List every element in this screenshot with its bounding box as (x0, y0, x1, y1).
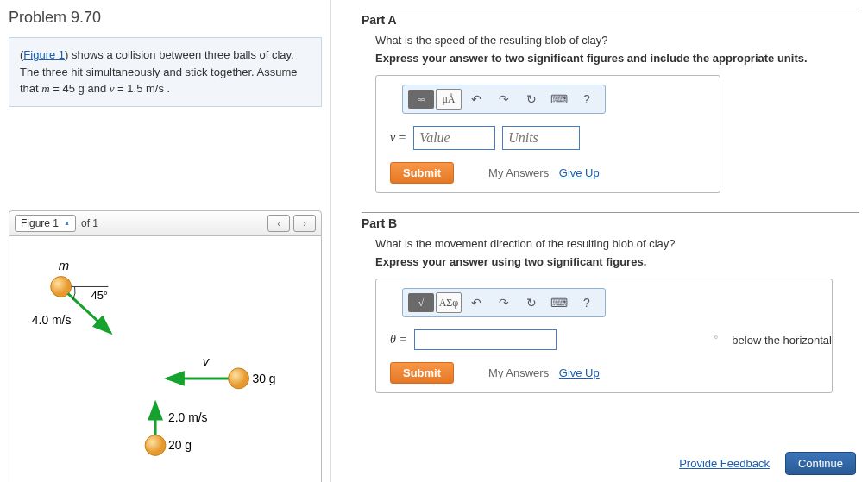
value-input[interactable] (413, 126, 495, 150)
figure-prev-button[interactable]: ‹ (267, 215, 290, 232)
figure-count: of 1 (81, 217, 98, 229)
m2-label: 30 g (252, 371, 275, 385)
give-up-link[interactable]: Give Up (559, 366, 600, 379)
part-b-var: θ = (390, 333, 407, 347)
part-a-question: What is the speed of the resulting blob … (375, 34, 859, 47)
part-a-answer-box: ▫▫ μÅ ↶ ↷ ↻ ⌨ ? v = Submit My Answers Gi… (375, 75, 720, 193)
figure-selector[interactable]: Figure 1 ▲▼ (15, 215, 76, 232)
help-icon[interactable]: ? (574, 292, 600, 313)
problem-statement: (Figure 1) shows a collision between thr… (9, 37, 322, 107)
units-input[interactable] (502, 126, 580, 150)
part-b-submit-button[interactable]: Submit (390, 362, 454, 384)
reset-icon[interactable]: ↻ (519, 89, 544, 110)
greek-tool[interactable]: ΑΣφ (436, 292, 462, 313)
v-label: v (203, 354, 211, 367)
problem-title: Problem 9.70 (9, 9, 322, 27)
part-a-instruction: Express your answer to two significant f… (375, 52, 859, 65)
undo-icon[interactable]: ↶ (463, 89, 489, 110)
part-a-title: Part A (362, 13, 859, 27)
keyboard-icon[interactable]: ⌨ (546, 89, 572, 110)
theta-input[interactable] (414, 329, 557, 350)
reset-icon[interactable]: ↻ (519, 292, 544, 313)
degree-symbol: ° (714, 334, 719, 346)
mass-m-label: m (59, 258, 69, 272)
redo-icon[interactable]: ↷ (491, 89, 517, 110)
my-answers-label: My Answers (488, 166, 549, 179)
template-icon[interactable]: ▫▫ (408, 90, 434, 109)
part-a-submit-button[interactable]: Submit (390, 162, 454, 184)
continue-button[interactable]: Continue (785, 452, 856, 475)
part-b-toolbar: √ ΑΣφ ↶ ↷ ↻ ⌨ ? (402, 288, 606, 317)
part-b-answer-box: √ ΑΣφ ↶ ↷ ↻ ⌨ ? θ = ° below the horizont… (375, 279, 833, 393)
undo-icon[interactable]: ↶ (463, 292, 489, 313)
give-up-link[interactable]: Give Up (559, 166, 600, 179)
units-tool[interactable]: μÅ (436, 89, 462, 110)
part-a-var: v = (390, 131, 406, 145)
part-a-toolbar: ▫▫ μÅ ↶ ↷ ↻ ⌨ ? (402, 85, 606, 114)
angle-label: 45° (91, 289, 108, 302)
divider (362, 212, 859, 213)
my-answers-label: My Answers (488, 366, 549, 379)
part-b-title: Part B (362, 216, 859, 230)
part-b-question: What is the movement direction of the re… (375, 237, 859, 250)
part-b-instruction: Express your answer using two significan… (375, 255, 859, 268)
ball-20g (145, 435, 166, 455)
divider (362, 9, 859, 9)
figure-toolbar: Figure 1 ▲▼ of 1 ‹ › (9, 210, 322, 236)
ball-30g (229, 367, 249, 388)
m3-label: 20 g (168, 438, 192, 452)
below-horizontal-text: below the horizontal (732, 334, 832, 347)
help-icon[interactable]: ? (574, 89, 600, 110)
figure-next-button[interactable]: › (293, 215, 316, 232)
figure-canvas: m 45° 4.0 m/s v 30 g 2.0 m/s 20 g (9, 236, 322, 483)
v3-label: 2.0 m/s (168, 410, 208, 423)
redo-icon[interactable]: ↷ (491, 292, 517, 313)
keyboard-icon[interactable]: ⌨ (546, 292, 572, 313)
template-icon[interactable]: √ (408, 293, 434, 312)
footer: Provide Feedback Continue (679, 452, 856, 475)
provide-feedback-link[interactable]: Provide Feedback (679, 457, 770, 470)
v1-label: 4.0 m/s (32, 313, 72, 327)
figure-link[interactable]: Figure 1 (23, 48, 65, 61)
